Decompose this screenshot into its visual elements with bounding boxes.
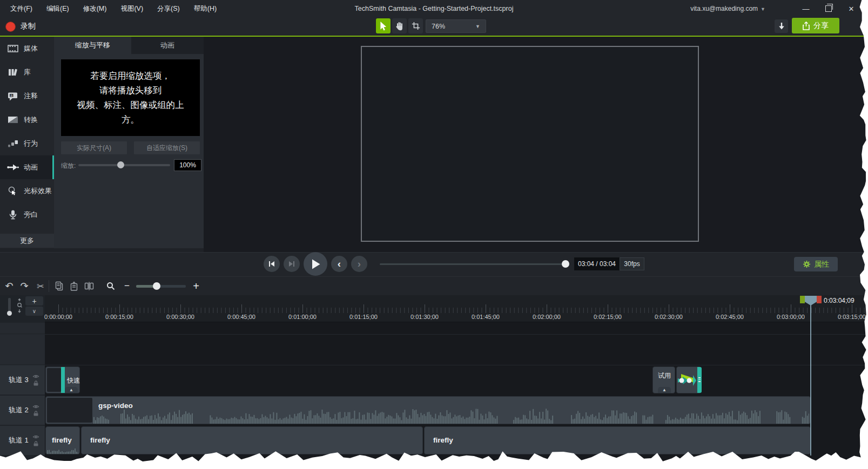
copy-button[interactable] <box>52 279 66 293</box>
download-button[interactable] <box>775 19 788 33</box>
menu-help[interactable]: 帮助(H) <box>187 0 224 17</box>
fit-scale-button[interactable]: 自适应缩放(S) <box>134 141 200 154</box>
track-height-knob[interactable] <box>7 311 12 316</box>
playhead-in-handle[interactable] <box>800 296 805 303</box>
clip-animation-marker[interactable]: ▲ <box>65 387 78 393</box>
chevron-down-icon: ▼ <box>475 24 480 29</box>
sidebar-item-transitions[interactable]: 转换 <box>0 108 54 132</box>
microphone-icon <box>7 210 19 220</box>
timeline-zoom-out-button[interactable]: − <box>120 279 134 293</box>
clip-firefly-3[interactable]: firefly <box>424 426 811 454</box>
menu-file[interactable]: 文件(F) <box>3 0 39 17</box>
menu-modify[interactable]: 修改(M) <box>76 0 114 17</box>
ruler-label: 0:01:15;00 <box>349 314 378 320</box>
lock-icon[interactable] <box>33 380 39 386</box>
add-track-button[interactable]: + <box>25 296 43 305</box>
tab-zoom-pan[interactable]: 缩放与平移 <box>54 37 131 54</box>
fps-value: 30fps <box>624 260 640 268</box>
timeline-ruler[interactable]: 0:00:00;000:00:15;000:00:30;000:00:45;00… <box>45 295 868 322</box>
clip-kuaisu[interactable]: 快速 ▲ <box>45 366 80 393</box>
record-button[interactable]: 录制 <box>5 17 36 36</box>
row-divider <box>0 334 868 335</box>
hand-tool-button[interactable] <box>392 18 407 33</box>
undo-button[interactable]: ↶ <box>2 279 16 293</box>
sidebar-item-voice[interactable]: 旁白 <box>0 203 54 227</box>
camtasia-window: 文件(F) 编辑(E) 修改(M) 视图(V) 分享(S) 帮助(H) Tech… <box>0 0 868 469</box>
jump-forward-button[interactable]: › <box>351 256 367 272</box>
canvas-zoom-value: 76% <box>432 23 445 30</box>
account-menu[interactable]: vita.xu@makeding.com▼ <box>690 0 765 18</box>
ruler-label: 0:02:00;00 <box>533 314 561 320</box>
clip-transition-bar <box>697 367 702 393</box>
scale-slider-label: 缩放: <box>61 161 76 171</box>
split-button[interactable] <box>82 279 96 293</box>
paste-icon <box>70 281 78 291</box>
track-name: 轨道 3 <box>9 375 29 385</box>
sidebar-item-animations[interactable]: 动画 <box>0 155 54 179</box>
scale-slider[interactable] <box>78 164 170 166</box>
chevron-down-icon: ∨ <box>32 308 36 314</box>
track-name: 轨道 2 <box>9 405 29 415</box>
minimize-button[interactable]: — <box>798 0 814 17</box>
menu-view[interactable]: 视图(V) <box>113 0 150 17</box>
sidebar-item-annotations[interactable]: a 注释 <box>0 84 54 108</box>
sidebar-item-label: 注释 <box>24 91 38 101</box>
animation-icon <box>7 162 19 172</box>
scale-slider-knob[interactable] <box>117 161 124 168</box>
clip-firefly-2[interactable]: firefly <box>81 426 423 454</box>
next-frame-button[interactable] <box>284 256 300 272</box>
sidebar-more-button[interactable]: 更多 <box>0 234 54 248</box>
annotation-icon: a <box>7 91 19 101</box>
sidebar-item-cursor-effects[interactable]: 光标效果 <box>0 179 54 203</box>
lock-icon[interactable] <box>33 411 39 416</box>
lock-icon[interactable] <box>33 441 39 446</box>
clip-shiyong[interactable]: 试用 ▲ <box>652 366 675 393</box>
timeline-zoom-knob[interactable] <box>153 282 160 290</box>
crop-tool-button[interactable] <box>408 18 423 33</box>
previous-frame-button[interactable] <box>264 256 280 272</box>
zoom-hint-message: 若要启用缩放选项， 请将播放头移到 视频、标注、图像或组的上 方。 <box>61 59 200 136</box>
clip-animation-marker[interactable]: ▲ <box>658 387 671 393</box>
window-title: TechSmith Camtasia - Getting-Started-Pro… <box>355 0 514 17</box>
play-button[interactable] <box>304 252 327 276</box>
timeline-zoom-slider[interactable] <box>136 285 186 288</box>
properties-button[interactable]: 属性 <box>794 257 838 271</box>
collapse-tracks-button[interactable]: ∨ <box>25 307 43 316</box>
sidebar-item-library[interactable]: 库 <box>0 60 54 84</box>
row-divider <box>0 365 868 365</box>
eye-icon[interactable] <box>32 404 39 409</box>
fit-tracks-icon[interactable] <box>15 298 24 316</box>
canvas-stage[interactable] <box>361 46 699 242</box>
menu-edit[interactable]: 编辑(E) <box>39 0 76 17</box>
tab-animations[interactable]: 动画 <box>131 37 204 54</box>
close-button[interactable]: ✕ <box>843 0 859 17</box>
ruler-label: 0:02:15;00 <box>594 314 622 320</box>
clip-gsp-video[interactable]: gsp-video <box>45 396 811 424</box>
paste-button[interactable] <box>67 279 81 293</box>
cursor-effects-icon <box>7 186 19 196</box>
scrubber-track[interactable] <box>380 263 568 265</box>
jump-back-button[interactable]: ‹ <box>331 256 347 272</box>
sidebar-item-behaviors[interactable]: 行为 <box>0 132 54 155</box>
eye-icon[interactable] <box>32 434 39 439</box>
canvas-zoom-dropdown[interactable]: 76% ▼ <box>426 19 486 33</box>
cursor-tool-button[interactable] <box>376 18 391 33</box>
redo-button[interactable]: ↷ <box>17 279 31 293</box>
share-button[interactable]: 分享 <box>792 18 839 33</box>
fps-display[interactable]: 30fps <box>620 257 644 270</box>
timeline-zoom-in-button[interactable]: + <box>189 279 203 293</box>
playhead-out-handle[interactable] <box>817 296 822 303</box>
clip-firefly-1[interactable]: firefly <box>45 426 80 454</box>
actual-size-button[interactable]: 实际尺寸(A) <box>61 141 127 154</box>
track-header-3: 轨道 3 <box>0 365 45 395</box>
restore-button[interactable] <box>820 0 837 17</box>
ruler-label: 0:00:30;00 <box>166 314 194 320</box>
scrubber-knob[interactable] <box>562 260 569 268</box>
sidebar-item-media[interactable]: 媒体 <box>0 37 54 60</box>
scale-value-box[interactable]: 100% <box>174 159 201 171</box>
cut-button[interactable]: ✂ <box>33 279 48 293</box>
menu-share[interactable]: 分享(S) <box>150 0 187 17</box>
clip-animation[interactable] <box>676 366 701 393</box>
eye-icon[interactable] <box>32 374 39 379</box>
redo-icon: ↷ <box>20 280 28 292</box>
